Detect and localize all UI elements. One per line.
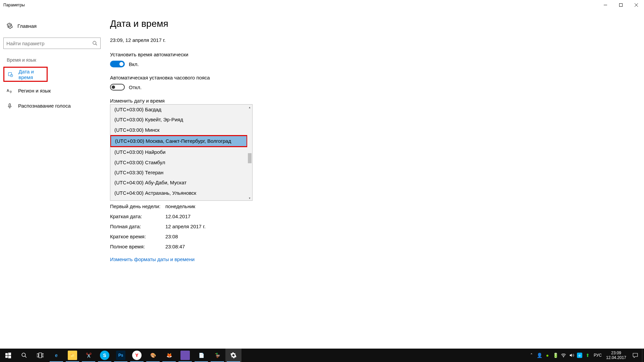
show-desktop-button[interactable]	[642, 349, 644, 362]
format-value: 23:08	[165, 233, 178, 240]
format-row: Краткое время:23:08	[110, 233, 637, 240]
search-icon	[92, 41, 98, 46]
taskbar-app-generic-3[interactable]: 🦆	[209, 349, 225, 362]
svg-text:A: A	[7, 88, 9, 93]
format-list: Первый день недели:понедельник Краткая д…	[110, 203, 637, 250]
skype-icon: S	[100, 351, 109, 360]
tray-time: 23:09	[611, 351, 621, 355]
sidebar-item-label: Регион и язык	[18, 88, 51, 94]
timezone-option[interactable]: (UTC+03:00) Стамбул	[110, 157, 247, 167]
search-input[interactable]	[6, 41, 92, 46]
svg-line-9	[11, 75, 12, 76]
start-button[interactable]	[0, 349, 16, 362]
svg-rect-20	[37, 354, 38, 357]
tray-battery[interactable]: 🔋	[551, 349, 559, 362]
taskbar-app-photoshop[interactable]: Ps	[113, 349, 129, 362]
svg-rect-16	[5, 356, 8, 358]
taskbar: e 📁 ✂️ S Ps Y 🎨 🦊 📄 🦆 ˄ 👤 ● 🔋 e ⬆ РУС 23…	[0, 349, 644, 362]
auto-tz-state: Откл.	[129, 84, 142, 90]
tray-icon-1[interactable]: 👤	[535, 349, 543, 362]
auto-tz-label: Автоматическая установка часового пояса	[110, 75, 637, 80]
svg-rect-21	[39, 353, 42, 358]
sidebar-item-label: Распознавание голоса	[18, 103, 71, 109]
tray-clock[interactable]: 23:09 12.04.2017	[604, 351, 629, 360]
taskbar-app-explorer[interactable]: 📁	[64, 349, 80, 362]
auto-time-state: Вкл.	[129, 61, 139, 67]
titlebar: Параметры	[0, 0, 644, 10]
format-value: 12.04.2017	[165, 213, 191, 220]
taskbar-app-settings[interactable]	[225, 349, 241, 362]
dropdown-scrollbar[interactable]: ▴ ▾	[247, 105, 252, 200]
minimize-button[interactable]	[598, 0, 613, 10]
timezone-option[interactable]: (UTC+04:00) Астрахань, Ульяновск	[110, 188, 247, 198]
timezone-option-selected[interactable]: (UTC+03:00) Москва, Санкт-Петербург, Вол…	[111, 136, 247, 146]
taskbar-app-paint[interactable]: 🎨	[145, 349, 161, 362]
taskbar-app-generic-2[interactable]: 📄	[193, 349, 209, 362]
scroll-thumb[interactable]	[248, 153, 252, 163]
sidebar: Главная Время и язык Дата и время A字 Рег…	[0, 18, 104, 349]
wifi-icon	[561, 353, 566, 358]
change-formats-link[interactable]: Изменить форматы даты и времени	[110, 256, 195, 262]
taskbar-search-button[interactable]	[16, 349, 32, 362]
svg-point-23	[563, 357, 564, 357]
sidebar-home[interactable]: Главная	[3, 18, 104, 33]
timezone-option[interactable]: (UTC+04:00) Абу-Даби, Мускат	[110, 178, 247, 188]
task-view-icon	[37, 353, 44, 358]
timezone-dropdown-open[interactable]: (UTC+03:00) Багдад (UTC+03:00) Кувейт, Э…	[110, 104, 253, 201]
photoshop-icon: Ps	[116, 351, 125, 360]
timezone-option[interactable]: (UTC+03:00) Кувейт, Эр-Рияд	[110, 115, 247, 125]
status-icon: ⬆	[586, 353, 590, 358]
status-icon: ●	[546, 353, 549, 358]
taskbar-app-skype[interactable]: S	[97, 349, 113, 362]
sidebar-item-speech[interactable]: Распознавание голоса	[3, 98, 104, 113]
auto-time-toggle[interactable]	[110, 61, 125, 67]
scroll-up-icon[interactable]: ▴	[247, 105, 252, 110]
gear-icon	[230, 352, 237, 359]
edge-icon: e	[52, 351, 61, 360]
close-button[interactable]	[629, 0, 644, 10]
window-controls	[598, 0, 644, 10]
scroll-down-icon[interactable]: ▾	[247, 195, 252, 200]
tray-icon-2[interactable]: ●	[543, 349, 551, 362]
taskbar-app-yandex[interactable]: Y	[129, 349, 145, 362]
timezone-option[interactable]: (UTC+03:00) Минск	[110, 125, 247, 135]
format-row: Краткая дата:12.04.2017	[110, 213, 637, 220]
taskbar-app-generic-1[interactable]	[177, 349, 193, 362]
svg-point-18	[22, 353, 25, 357]
maximize-button[interactable]	[613, 0, 629, 10]
format-key: Полное время:	[110, 243, 165, 250]
svg-rect-12	[9, 104, 11, 106]
battery-icon: 🔋	[553, 353, 558, 358]
timezone-option[interactable]: (UTC+03:00) Багдад	[110, 105, 247, 115]
format-value: 23:08:47	[165, 243, 185, 250]
sidebar-item-region-language[interactable]: A字 Регион и язык	[3, 83, 104, 98]
window-title: Параметры	[3, 3, 25, 7]
timezone-list: (UTC+03:00) Багдад (UTC+03:00) Кувейт, Э…	[110, 105, 247, 200]
search-input-container[interactable]	[3, 38, 101, 49]
sidebar-item-date-time[interactable]: Дата и время	[4, 68, 47, 81]
auto-tz-toggle[interactable]	[110, 84, 125, 90]
tray-icon-3[interactable]: e	[576, 349, 584, 362]
task-view-button[interactable]	[32, 349, 48, 362]
auto-time-label: Установить время автоматически	[110, 52, 637, 57]
app-icon: 🦆	[213, 351, 222, 360]
tray-date: 12.04.2017	[606, 355, 626, 360]
timezone-option[interactable]: (UTC+03:30) Тегеран	[110, 168, 247, 178]
windows-icon	[5, 353, 11, 358]
format-key: Краткая дата:	[110, 213, 165, 220]
firefox-icon: 🦊	[164, 351, 174, 360]
tray-wifi[interactable]	[559, 349, 568, 362]
tray-icon-4[interactable]: ⬆	[584, 349, 592, 362]
timezone-option[interactable]: (UTC+03:00) Найроби	[110, 147, 247, 157]
tray-language[interactable]: РУС	[592, 353, 604, 358]
format-row: Первый день недели:понедельник	[110, 203, 637, 210]
taskbar-app-snip[interactable]: ✂️	[80, 349, 97, 362]
tray-volume[interactable]	[568, 349, 576, 362]
change-datetime-label: Изменить дату и время	[110, 98, 637, 104]
taskbar-app-edge[interactable]: e	[48, 349, 64, 362]
scissors-icon: ✂️	[84, 351, 93, 360]
tray-action-center[interactable]	[629, 352, 642, 358]
tray-overflow[interactable]: ˄	[527, 349, 535, 362]
palette-icon: 🎨	[148, 351, 158, 360]
taskbar-app-firefox[interactable]: 🦊	[161, 349, 177, 362]
